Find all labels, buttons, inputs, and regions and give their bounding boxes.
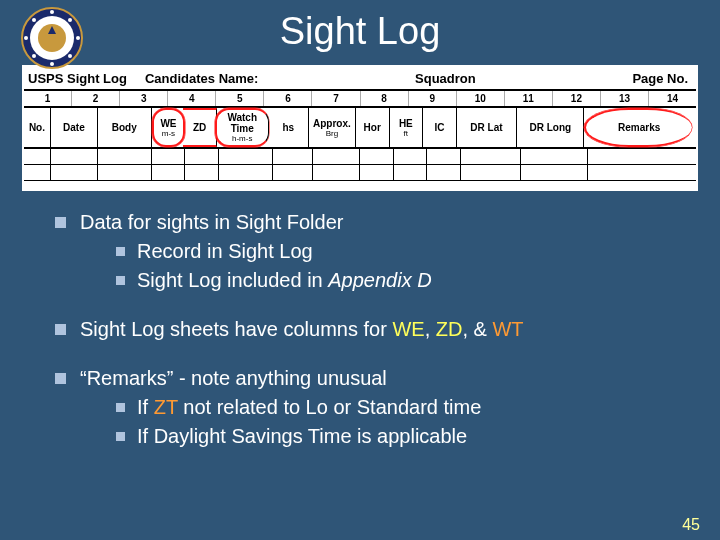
col-he: HEft — [390, 108, 424, 147]
bullet-icon — [55, 217, 66, 228]
col-num-2: 2 — [72, 91, 120, 106]
hdr-pageno: Page No. — [632, 71, 688, 86]
bullet-3a-text: If ZT not related to Lo or Standard time — [137, 394, 481, 421]
bullet-1b-text: Sight Log included in Appendix D — [137, 267, 432, 294]
col-ic: IC — [423, 108, 457, 147]
svg-point-8 — [68, 54, 72, 58]
bullet-3: “Remarks” - note anything unusual If ZT … — [55, 365, 680, 450]
svg-point-12 — [32, 18, 36, 22]
col-num-11: 11 — [505, 91, 553, 106]
col-num-10: 10 — [457, 91, 505, 106]
col-date: Date — [51, 108, 98, 147]
col-drlat: DR Lat — [457, 108, 517, 147]
slide-title: Sight Log — [0, 0, 720, 53]
bullet-3-text: “Remarks” - note anything unusual — [80, 367, 387, 389]
svg-point-6 — [68, 18, 72, 22]
col-num-8: 8 — [361, 91, 409, 106]
hdr-candidate: Candidates Name: — [145, 71, 258, 86]
col-zd: ZD — [183, 108, 217, 147]
table-header-row: USPS Sight Log Candidates Name: Squadron… — [24, 67, 696, 91]
bullet-3b-text: If Daylight Savings Time is applicable — [137, 423, 467, 450]
table-column-headers: No. Date Body WEm-s ZD Watch Timeh-m-s h… — [24, 108, 696, 149]
col-body: Body — [98, 108, 152, 147]
col-num-3: 3 — [120, 91, 168, 106]
svg-point-5 — [50, 10, 54, 14]
col-num-1: 1 — [24, 91, 72, 106]
bullet-2: Sight Log sheets have columns for WE, ZD… — [55, 316, 680, 343]
bullet-icon — [55, 373, 66, 384]
col-remarks: Remarks — [584, 108, 692, 147]
table-empty-rows — [24, 149, 696, 181]
col-hor: Hor — [356, 108, 390, 147]
bullet-1-text: Data for sights in Sight Folder — [80, 211, 343, 233]
svg-point-7 — [76, 36, 80, 40]
col-no: No. — [24, 108, 51, 147]
bullet-1a: Record in Sight Log — [116, 238, 432, 265]
col-wt: Watch Timeh-m-s — [215, 108, 269, 147]
bullet-2-text: Sight Log sheets have columns for WE, ZD… — [80, 316, 524, 343]
col-we: WEm-s — [152, 108, 186, 147]
bullet-3b: If Daylight Savings Time is applicable — [116, 423, 481, 450]
table-number-row: 1 2 3 4 5 6 7 8 9 10 11 12 13 14 — [24, 91, 696, 108]
bullet-icon — [116, 403, 125, 412]
col-drlong: DR Long — [517, 108, 584, 147]
bullet-icon — [55, 324, 66, 335]
sight-log-table: USPS Sight Log Candidates Name: Squadron… — [22, 65, 698, 191]
col-num-12: 12 — [553, 91, 601, 106]
usps-logo — [20, 6, 84, 70]
hdr-usps: USPS Sight Log — [28, 71, 127, 86]
col-brg: Approx.Brg — [309, 108, 356, 147]
bullet-3a: If ZT not related to Lo or Standard time — [116, 394, 481, 421]
bullet-1b: Sight Log included in Appendix D — [116, 267, 432, 294]
slide-content: Data for sights in Sight Folder Record i… — [0, 191, 720, 450]
col-num-5: 5 — [216, 91, 264, 106]
bullet-icon — [116, 276, 125, 285]
col-num-6: 6 — [264, 91, 312, 106]
col-num-13: 13 — [601, 91, 649, 106]
svg-point-11 — [24, 36, 28, 40]
col-num-14: 14 — [649, 91, 696, 106]
svg-point-10 — [32, 54, 36, 58]
bullet-icon — [116, 432, 125, 441]
bullet-icon — [116, 247, 125, 256]
svg-point-9 — [50, 62, 54, 66]
col-num-7: 7 — [312, 91, 360, 106]
col-num-9: 9 — [409, 91, 457, 106]
bullet-1a-text: Record in Sight Log — [137, 238, 313, 265]
col-num-4: 4 — [168, 91, 216, 106]
bullet-1: Data for sights in Sight Folder Record i… — [55, 209, 680, 294]
col-hs: hs — [269, 108, 309, 147]
page-number: 45 — [682, 516, 700, 534]
hdr-squadron: Squadron — [415, 71, 476, 86]
